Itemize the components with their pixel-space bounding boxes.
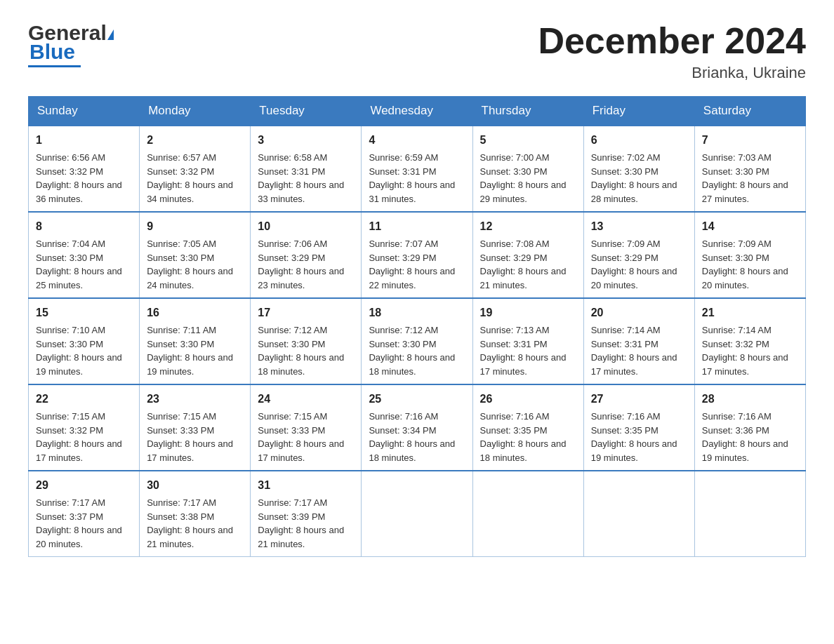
sunset-label: Sunset: 3:34 PM (369, 425, 436, 436)
day-header-wednesday: Wednesday (362, 97, 472, 126)
location-title: Brianka, Ukraine (538, 64, 806, 82)
day-number: 16 (147, 304, 243, 321)
week-row-5: 29Sunrise: 7:17 AMSunset: 3:37 PMDayligh… (29, 471, 806, 557)
day-number: 14 (702, 218, 798, 235)
sunset-label: Sunset: 3:30 PM (591, 166, 658, 177)
sunrise-label: Sunrise: 7:10 AM (36, 325, 105, 335)
calendar-cell: 6Sunrise: 7:02 AMSunset: 3:30 PMDaylight… (583, 126, 694, 212)
sunrise-label: Sunrise: 7:09 AM (591, 239, 661, 249)
day-number: 4 (369, 132, 465, 149)
sunset-label: Sunset: 3:29 PM (369, 253, 436, 263)
day-number: 12 (480, 218, 576, 235)
title-area: December 2024 Brianka, Ukraine (538, 21, 806, 82)
calendar-cell: 1Sunrise: 6:56 AMSunset: 3:32 PMDaylight… (29, 126, 140, 212)
header-row: SundayMondayTuesdayWednesdayThursdayFrid… (29, 97, 806, 126)
day-header-monday: Monday (140, 97, 251, 126)
calendar-cell: 31Sunrise: 7:17 AMSunset: 3:39 PMDayligh… (251, 471, 362, 557)
daylight-label: Daylight: 8 hours and 17 minutes. (480, 352, 567, 377)
week-row-2: 8Sunrise: 7:04 AMSunset: 3:30 PMDaylight… (29, 212, 806, 298)
day-number: 15 (36, 304, 132, 321)
daylight-label: Daylight: 8 hours and 18 minutes. (258, 352, 344, 377)
calendar-cell (362, 471, 472, 557)
calendar-cell: 19Sunrise: 7:13 AMSunset: 3:31 PMDayligh… (472, 298, 583, 384)
sunset-label: Sunset: 3:32 PM (36, 425, 103, 436)
daylight-label: Daylight: 8 hours and 17 minutes. (258, 438, 344, 463)
daylight-label: Daylight: 8 hours and 18 minutes. (480, 438, 567, 463)
day-header-sunday: Sunday (29, 97, 140, 126)
sunset-label: Sunset: 3:30 PM (36, 339, 103, 349)
sunrise-label: Sunrise: 7:07 AM (369, 239, 438, 249)
daylight-label: Daylight: 8 hours and 17 minutes. (36, 438, 122, 463)
sunrise-label: Sunrise: 7:17 AM (258, 497, 327, 508)
sunset-label: Sunset: 3:31 PM (369, 166, 436, 177)
sunset-label: Sunset: 3:30 PM (369, 339, 436, 349)
sunrise-label: Sunrise: 7:16 AM (369, 411, 438, 422)
daylight-label: Daylight: 8 hours and 21 minutes. (480, 266, 567, 290)
sunset-label: Sunset: 3:29 PM (258, 253, 325, 263)
daylight-label: Daylight: 8 hours and 28 minutes. (591, 180, 677, 204)
sunset-label: Sunset: 3:32 PM (147, 166, 214, 177)
day-number: 18 (369, 304, 465, 321)
calendar-cell: 23Sunrise: 7:15 AMSunset: 3:33 PMDayligh… (140, 384, 251, 471)
daylight-label: Daylight: 8 hours and 19 minutes. (147, 352, 233, 377)
sunrise-label: Sunrise: 7:16 AM (480, 411, 550, 422)
calendar-cell: 13Sunrise: 7:09 AMSunset: 3:29 PMDayligh… (583, 212, 694, 298)
day-number: 24 (258, 391, 354, 408)
day-number: 22 (36, 391, 132, 408)
daylight-label: Daylight: 8 hours and 20 minutes. (591, 266, 677, 290)
day-header-thursday: Thursday (472, 97, 583, 126)
sunset-label: Sunset: 3:33 PM (147, 425, 214, 436)
daylight-label: Daylight: 8 hours and 36 minutes. (36, 180, 122, 204)
sunset-label: Sunset: 3:32 PM (36, 166, 103, 177)
daylight-label: Daylight: 8 hours and 24 minutes. (147, 266, 233, 290)
sunset-label: Sunset: 3:36 PM (702, 425, 769, 436)
sunrise-label: Sunrise: 7:17 AM (147, 497, 216, 508)
calendar-cell: 21Sunrise: 7:14 AMSunset: 3:32 PMDayligh… (694, 298, 805, 384)
day-number: 8 (36, 218, 132, 235)
daylight-label: Daylight: 8 hours and 17 minutes. (147, 438, 233, 463)
calendar-cell: 16Sunrise: 7:11 AMSunset: 3:30 PMDayligh… (140, 298, 251, 384)
daylight-label: Daylight: 8 hours and 31 minutes. (369, 180, 455, 204)
sunrise-label: Sunrise: 7:16 AM (591, 411, 661, 422)
calendar-cell: 10Sunrise: 7:06 AMSunset: 3:29 PMDayligh… (251, 212, 362, 298)
daylight-label: Daylight: 8 hours and 20 minutes. (36, 525, 122, 549)
sunset-label: Sunset: 3:31 PM (591, 339, 658, 349)
sunrise-label: Sunrise: 7:17 AM (36, 497, 105, 508)
daylight-label: Daylight: 8 hours and 17 minutes. (702, 352, 788, 377)
daylight-label: Daylight: 8 hours and 27 minutes. (702, 180, 788, 204)
sunset-label: Sunset: 3:35 PM (480, 425, 548, 436)
sunrise-label: Sunrise: 7:00 AM (480, 152, 550, 163)
sunset-label: Sunset: 3:32 PM (702, 339, 769, 349)
sunset-label: Sunset: 3:31 PM (258, 166, 325, 177)
sunrise-label: Sunrise: 7:15 AM (258, 411, 327, 422)
sunset-label: Sunset: 3:30 PM (702, 166, 769, 177)
daylight-label: Daylight: 8 hours and 34 minutes. (147, 180, 233, 204)
sunset-label: Sunset: 3:30 PM (147, 339, 214, 349)
day-number: 31 (258, 477, 354, 494)
logo-blue: Blue (28, 41, 114, 62)
logo: General Blue (28, 21, 114, 67)
page-header: General Blue December 2024 Brianka, Ukra… (28, 21, 806, 82)
calendar-cell (472, 471, 583, 557)
day-header-friday: Friday (583, 97, 694, 126)
week-row-3: 15Sunrise: 7:10 AMSunset: 3:30 PMDayligh… (29, 298, 806, 384)
calendar-cell: 30Sunrise: 7:17 AMSunset: 3:38 PMDayligh… (140, 471, 251, 557)
day-number: 3 (258, 132, 354, 149)
sunrise-label: Sunrise: 7:04 AM (36, 239, 105, 249)
sunrise-label: Sunrise: 7:06 AM (258, 239, 327, 249)
sunrise-label: Sunrise: 6:58 AM (258, 152, 327, 163)
calendar-cell: 14Sunrise: 7:09 AMSunset: 3:30 PMDayligh… (694, 212, 805, 298)
daylight-label: Daylight: 8 hours and 18 minutes. (369, 352, 455, 377)
calendar-cell: 11Sunrise: 7:07 AMSunset: 3:29 PMDayligh… (362, 212, 472, 298)
day-number: 29 (36, 477, 132, 494)
week-row-1: 1Sunrise: 6:56 AMSunset: 3:32 PMDaylight… (29, 126, 806, 212)
daylight-label: Daylight: 8 hours and 21 minutes. (258, 525, 344, 549)
calendar-cell: 26Sunrise: 7:16 AMSunset: 3:35 PMDayligh… (472, 384, 583, 471)
calendar-cell: 8Sunrise: 7:04 AMSunset: 3:30 PMDaylight… (29, 212, 140, 298)
sunset-label: Sunset: 3:30 PM (702, 253, 769, 263)
day-header-saturday: Saturday (694, 97, 805, 126)
sunrise-label: Sunrise: 7:15 AM (36, 411, 105, 422)
sunrise-label: Sunrise: 7:03 AM (702, 152, 772, 163)
sunset-label: Sunset: 3:30 PM (36, 253, 103, 263)
day-header-tuesday: Tuesday (251, 97, 362, 126)
